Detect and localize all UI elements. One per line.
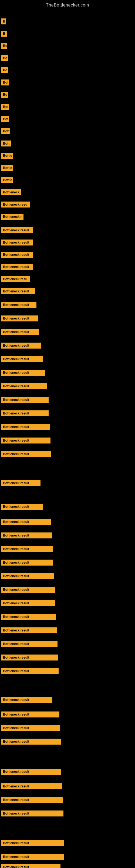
bar-row: Bottleneck result (1, 668, 58, 674)
bar-label: Bottleneck result (1, 654, 58, 660)
bar-row: Bottleneck result (1, 600, 55, 606)
bar-row: Bottleneck result (1, 302, 37, 308)
bar-row: Bottleneck result (1, 573, 54, 579)
bar-row: Bottleneck result (1, 424, 50, 430)
bar-label: Bottleneck result (1, 288, 35, 294)
bar-row: Bot (1, 116, 9, 122)
bar-label: Bottleneck result (1, 356, 43, 362)
bar-label: Bottleneck result (1, 712, 59, 717)
bar-row: Bottleneck result (1, 437, 50, 443)
site-title: TheBottlenecker.com (0, 0, 135, 9)
bar-row: Bottleneck result (1, 854, 64, 860)
bar-row: Bottleneck result (1, 614, 56, 620)
bar-row: Bottleneck result (1, 783, 62, 789)
bar-label: Bottleneck result (1, 783, 62, 789)
bar-label: Bottleneck result (1, 240, 33, 246)
bar-row: Bottleneck result (1, 264, 33, 270)
bar-label: Bottleneck r (1, 214, 24, 220)
bar-row: Bottleneck result (1, 397, 49, 403)
bar-label: Bott (1, 128, 10, 134)
bar-row: Bottleneck result (1, 641, 57, 647)
bar-label: Bottleneck result (1, 739, 61, 745)
bar-row: Bottleneck result (1, 252, 33, 258)
bar-row: Bottleneck result (1, 532, 52, 538)
bar-label: Bottleneck result (1, 769, 61, 775)
bar-row: Bottleneck result (1, 587, 55, 593)
bar-label: Bottleneck result (1, 627, 57, 633)
bar-row: Bottleneck result (1, 840, 64, 846)
bar-label: Bo (1, 55, 8, 61)
bar-label: Bottleneck result (1, 264, 33, 270)
bar-row: Bottleneck result (1, 864, 60, 868)
bar-label: Bottle (1, 165, 13, 171)
bar-row: Bottle (1, 165, 13, 171)
bar-label: Bottleneck resu (1, 276, 30, 282)
bar-row: Bottleneck result (1, 546, 53, 552)
bar-row: Bott (1, 128, 10, 134)
bar-label: Bottleneck result (1, 573, 54, 579)
bar-row: Bottleneck result (1, 480, 41, 486)
bar-label: Bo (1, 67, 8, 73)
bar-label: Bottleneck result (1, 840, 64, 846)
bar-label: Bottleneck result (1, 697, 52, 703)
bar-label: Bottleneck resu (1, 202, 30, 208)
bar-row: Bottleneck result (1, 288, 35, 294)
bar-row: Bottleneck result (1, 504, 43, 510)
bar-row: Bo (1, 92, 8, 98)
bar-label: Bottleneck result (1, 315, 38, 321)
bar-row: Bottleneck result (1, 240, 33, 246)
bar-row: Bottleneck result (1, 725, 60, 731)
bar-label: Bottleneck result (1, 451, 51, 457)
bar-label: Bottleneck result (1, 519, 51, 525)
bar-row: Bottleneck result (1, 697, 52, 703)
bar-row: Bottleneck result (1, 343, 41, 348)
bar-row: Bottleneck result (1, 383, 47, 389)
bar-label: Bottleneck result (1, 397, 49, 403)
bar-row: Bottleneck result (1, 519, 51, 525)
bar-row: Bottleneck r (1, 214, 24, 220)
bar-label: Bottleneck result (1, 252, 33, 258)
bar-label: Bottleneck result (1, 864, 60, 868)
bar-row: Bottleneck result (1, 356, 43, 362)
bar-row: Bottleneck result (1, 654, 58, 660)
bar-label: B (1, 19, 6, 24)
bar-label: Bottleneck result (1, 370, 45, 376)
bar-row: Bottleneck (1, 189, 21, 195)
bar-label: Bottleneck result (1, 810, 63, 816)
bar-row: Bottle (1, 153, 13, 159)
bar-label: Bottleneck result (1, 668, 58, 674)
bar-label: Bottleneck result (1, 480, 41, 486)
bar-label: Bott (1, 141, 11, 147)
bar-row: Bottleneck result (1, 560, 53, 565)
bar-row: Bottleneck result (1, 370, 45, 376)
bar-row: Bottleneck result (1, 797, 63, 803)
bar-label: Bottle (1, 177, 13, 183)
bar-row: Bottleneck result (1, 227, 33, 233)
bar-row: Bottleneck result (1, 627, 57, 633)
bar-label: Bottleneck result (1, 437, 50, 443)
bar-row: Bottleneck result (1, 410, 49, 416)
bar-label: Bottleneck result (1, 600, 55, 606)
bar-label: Bottleneck result (1, 725, 60, 731)
bar-row: B‌ (1, 31, 7, 37)
bar-label: Bot (1, 116, 9, 122)
bar-label: Bottleneck result (1, 329, 39, 335)
bar-label: Bo (1, 92, 8, 98)
bar-label: Bottleneck result (1, 614, 56, 620)
bar-label: Bot (1, 104, 9, 110)
bar-row: Bo (1, 67, 8, 73)
bar-label: Bottle (1, 153, 13, 159)
bar-row: B (1, 19, 6, 24)
bar-row: Bottleneck result (1, 329, 39, 335)
bar-row: Bo (1, 55, 8, 61)
bar-label: Bot (1, 80, 9, 86)
bar-label: Bottleneck result (1, 854, 64, 860)
bar-label: B‌ (1, 31, 7, 37)
bar-row: Bot (1, 80, 9, 86)
bar-row: Bottleneck result (1, 810, 63, 816)
bar-row: Bottleneck resu (1, 276, 30, 282)
bar-label: Bo (1, 43, 7, 49)
bar-row: Bottleneck result (1, 315, 38, 321)
bar-label: Bottleneck result (1, 227, 33, 233)
bar-row: Bottle (1, 177, 13, 183)
